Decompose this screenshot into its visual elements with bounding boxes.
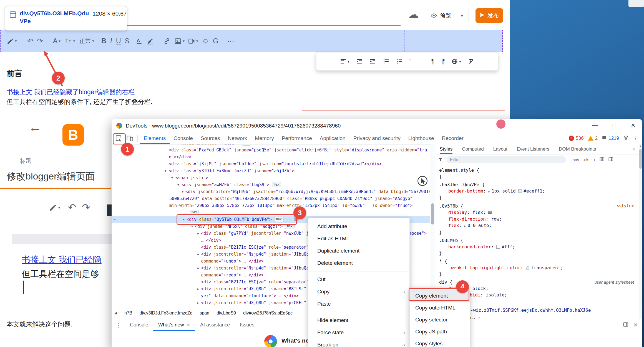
tab-lighthouse[interactable]: Lighthouse [404,132,438,144]
scrollbar-thumb[interactable] [639,149,642,169]
outdent-button[interactable] [356,58,363,65]
indent-button[interactable] [369,58,376,65]
twisty-expanded-icon[interactable]: ▾ [163,168,168,174]
italic-button[interactable]: I [110,37,112,45]
breadcrumb-item-1[interactable]: div.y3IDJd.Fx3kmc.fmzcZd [139,311,192,316]
css-property[interactable]: background-color: #fff; [439,244,636,250]
edit-button[interactable]: ▾ [49,203,60,212]
drawer-tab-issues[interactable]: Issues [235,319,259,331]
dock-icon[interactable] [608,156,613,163]
flex-badge[interactable]: flex [272,182,281,187]
color-swatch[interactable] [526,266,529,269]
tab-console[interactable]: Console [170,132,197,144]
styles-toggle-cls[interactable]: .cls [583,157,589,162]
tab-application[interactable]: Application [316,132,349,144]
title-field-value[interactable]: 修改blogger编辑页面 [7,170,95,183]
drawer-tab-console[interactable]: Console [125,319,153,331]
styles-toggle-hov[interactable]: :hov [571,157,579,162]
submenu-item-copy-styles[interactable]: Copy styles [410,338,470,347]
tab-recorder[interactable]: Recorder [438,132,467,144]
grid-icon[interactable] [599,156,605,163]
twisty-collapsed-icon[interactable]: ▸ [196,265,200,272]
text-color-button[interactable]: A [135,38,143,45]
tab-sources[interactable]: Sources [197,132,224,144]
inherited-element-link[interactable]: c-wiz.zQTmif.SSPGKf.eejsDc.qWnhY.O3LMFb.… [468,308,591,313]
warning-count[interactable]: 2 [595,136,598,141]
scroll-up-icon[interactable]: ▲ [639,145,642,147]
font-size-button[interactable]: TT▾ [65,38,75,45]
tree-row[interactable]: ▾<div jsname="awMZFb" class="LbgS9">flex [112,181,430,188]
gear-icon[interactable] [623,135,629,142]
special-chars-button[interactable]: ▾ [451,58,461,65]
tab-memory[interactable]: Memory [251,132,278,144]
quote-button[interactable]: “ [409,58,412,65]
preview-button[interactable]: 预览 ▾ [427,9,469,22]
tree-row[interactable]: …aria-expanded="false">flex [112,144,430,147]
back-button[interactable]: ← [29,119,42,135]
tree-row[interactable]: ▾<div class="y3IDJd Fx3kmc fmzcZd" jsnam… [112,168,430,174]
redo-button[interactable]: ↷ [37,37,43,45]
styles-scrollbar[interactable]: ▲ [639,144,642,319]
styles-tab-dom-breakpoints[interactable]: DOM Breakpoints [559,146,596,152]
maximize-button[interactable]: □ [610,122,618,128]
undo-button[interactable]: ↶ [68,202,76,213]
flex-editor-icon[interactable] [488,209,492,216]
redo-button[interactable]: ↷ [82,202,90,213]
css-property[interactable]: display: flex; [439,209,636,216]
rtl-paragraph-button[interactable]: ¶ [441,58,445,65]
color-swatch[interactable] [518,189,522,193]
submenu-item-copy-selector[interactable]: Copy selector [410,314,470,326]
css-rule-selector[interactable]: element.style { [439,167,636,173]
insert-emoji-button[interactable]: ☺ [202,37,209,45]
menu-item-break-on[interactable]: Break on› [308,339,409,347]
twisty-collapsed-icon[interactable]: ▸ [196,251,200,258]
highlight-button[interactable] [147,38,154,45]
submenu-item-copy-js-path[interactable]: Copy JS path [410,326,470,338]
tree-row[interactable]: ▾<div jscontroller="Wq1m9b" jsaction="rc… [112,188,430,195]
post-link[interactable]: 书接上文 我们已经隐藏了bloger编辑器的右栏 [7,88,135,96]
css-rule-selector[interactable]: * { [439,258,636,264]
insert-image-button[interactable]: ▾ [174,38,185,45]
menu-item-cut[interactable]: Cut [308,273,409,286]
tree-row[interactable]: <div class="PxaFcd GBJck" jsname="psdQ5e… [112,147,430,154]
tab-network[interactable]: Network [224,132,251,144]
bold-button[interactable]: B [101,37,106,45]
twisty-collapsed-icon[interactable]: ▸ [196,230,200,237]
insert-video-button[interactable]: ▾ [188,38,198,45]
flex-badge[interactable]: flex [242,144,251,146]
twisty-expanded-icon[interactable]: ▾ [176,181,180,188]
twisty-expanded-icon[interactable]: ▾ [170,174,174,181]
tab-performance[interactable]: Performance [278,132,316,144]
css-property[interactable]: border-bottom: ▸1px solid #eceff1; [439,188,636,195]
tab-elements[interactable]: Elements [140,132,170,144]
tree-row[interactable]: 50085364729" data-postid="40178260732884… [112,195,430,202]
styles-tab-event-listeners[interactable]: Event Listeners [517,146,549,152]
warning-icon[interactable] [588,136,593,141]
color-swatch[interactable] [496,245,500,249]
breadcrumb-scroll-left-icon[interactable]: ◀ [114,311,117,315]
error-icon[interactable]: ✕ [569,136,574,141]
kebab-menu-icon[interactable]: ⋮ [633,136,638,141]
tree-row[interactable]: ▾<span jsslot> [112,174,430,181]
expand-shorthand-icon[interactable]: ▸ [489,190,490,193]
menu-item-add-attribute[interactable]: Add attribute [308,220,409,233]
drawer-kebab-icon[interactable]: ⋮ [112,322,125,328]
styles-toggle-[interactable]: + [593,157,596,162]
horizontal-rule-button[interactable]: — [418,58,424,65]
message-count[interactable]: 1219 [608,136,619,141]
devtools-titlebar[interactable]: DevTools - www.blogger.com/blog/post/edi… [112,119,642,133]
drawer-close-icon[interactable]: ✕ [633,322,638,328]
breadcrumb-item-4[interactable]: div#ow26.P8hSs.pEg5pc [243,311,293,316]
edit-button[interactable]: ▾ [7,38,17,45]
css-rule-selector[interactable]: .O3LMFb { [439,237,636,244]
drawer-tab-ai-assistance[interactable]: AI assistance [195,319,235,331]
error-count[interactable]: 536 [576,136,583,141]
styles-tab-layout[interactable]: Layout [493,146,507,152]
drawer-tab-what-s-new[interactable]: What's new✕ [153,319,195,331]
close-tab-icon[interactable]: ✕ [187,323,190,328]
publish-button[interactable]: 发布 [476,8,503,23]
device-toolbar-icon[interactable] [126,135,134,142]
twisty-collapsed-icon[interactable]: ▸ [196,299,200,306]
stylesheet-link[interactable]: user agent stylesheet [594,279,634,285]
menu-item-force-state[interactable]: Force state› [308,326,409,339]
